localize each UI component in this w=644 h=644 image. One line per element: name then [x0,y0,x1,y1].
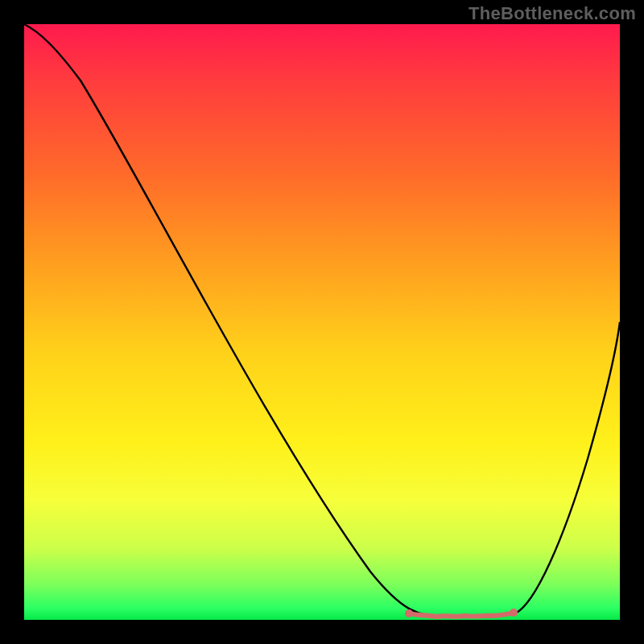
watermark-text: TheBottleneck.com [469,3,636,24]
valley-highlight-segment [409,613,514,617]
valley-dot-right [510,609,518,617]
valley-dot-left [405,609,413,617]
chart-frame: TheBottleneck.com [0,0,644,644]
curve-layer [24,24,620,620]
bottleneck-curve [24,24,620,617]
